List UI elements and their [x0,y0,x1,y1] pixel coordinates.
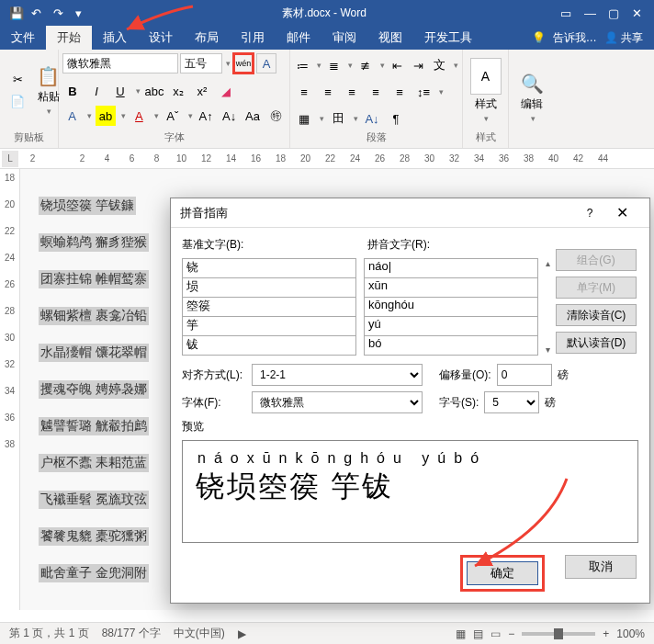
phonetic-guide-button[interactable]: wén [232,52,254,74]
single-char-button[interactable]: 单字(M) [556,277,637,299]
save-icon[interactable]: 💾 [9,6,22,19]
text-effects-button[interactable]: A [62,106,82,126]
menu-insert[interactable]: 插入 [92,26,138,50]
menu-references[interactable]: 引用 [230,26,276,50]
line-spacing-button[interactable]: ↕≡ [413,82,434,102]
menu-home[interactable]: 开始 [46,26,92,50]
pinyin-cell[interactable]: náo| [364,258,538,278]
strike-button[interactable]: abc [144,81,164,101]
change-case-button[interactable]: Aa [242,106,262,126]
page-indicator[interactable]: 第 1 页，共 1 页 [9,626,89,641]
base-cell[interactable]: 铙 [182,258,356,278]
zoom-value[interactable]: 100% [616,627,645,640]
shading-button[interactable]: ▦ [294,108,314,129]
styles-button[interactable]: A 样式▾ [467,52,504,129]
zoom-slider[interactable] [522,632,595,636]
combine-button[interactable]: 组合(G) [556,249,637,271]
close-icon[interactable]: ✕ [632,6,645,19]
maximize-icon[interactable]: ▢ [608,6,621,19]
menu-developer[interactable]: 开发工具 [413,26,483,50]
align-left-button[interactable]: ≡ [294,82,314,102]
font-color-button[interactable]: A [130,106,149,126]
subscript-button[interactable]: x₂ [168,81,188,101]
pinyin-cell[interactable]: yú [364,316,538,336]
text-line[interactable]: 飞襳垂髫 冕旒玟弦 [39,491,149,509]
clear-reading-button[interactable]: 清除读音(C) [556,304,637,326]
numbering-button[interactable]: ≣ [325,55,343,75]
text-line[interactable]: 铙埙箜篌 竽钹鏮 [39,197,136,215]
ribbon-opts-icon[interactable]: ▭ [560,6,573,19]
horizontal-ruler[interactable]: L 22468101214161820222426283032343638404… [0,149,654,169]
tell-me-icon[interactable]: 💡 [532,31,546,44]
read-mode-icon[interactable]: ▦ [456,627,466,640]
dlg-font-select[interactable]: 微软雅黑 [252,391,423,413]
text-line[interactable]: 魖譬誓璐 觥觳拍鹧 [39,417,149,435]
decrease-font-button[interactable]: A↓ [220,106,239,126]
menu-view[interactable]: 视图 [367,26,413,50]
minimize-icon[interactable]: — [584,6,597,19]
text-line[interactable]: 毗舍童子 金兜洞附 [39,564,149,582]
menu-mail[interactable]: 邮件 [276,26,321,50]
copy-icon[interactable]: 📄 [7,92,28,112]
qat-more-icon[interactable]: ▾ [75,6,88,19]
bullets-button[interactable]: ≔ [294,55,311,75]
align-right-button[interactable]: ≡ [342,82,362,102]
offset-input[interactable] [497,364,552,386]
word-count[interactable]: 88/177 个字 [102,626,161,641]
align-select[interactable]: 1-2-1 [252,364,423,386]
menu-layout[interactable]: 布局 [184,26,230,50]
editing-button[interactable]: 🔍 编辑▾ [513,52,551,142]
increase-font-button[interactable]: A↑ [197,106,216,126]
default-reading-button[interactable]: 默认读音(D) [556,332,637,354]
italic-button[interactable]: I [86,81,107,101]
show-marks-button[interactable]: ¶ [386,108,406,129]
redo-icon[interactable]: ↷ [53,6,66,19]
base-cell[interactable]: 钹 [182,335,356,356]
bold-button[interactable]: B [62,81,83,101]
web-layout-icon[interactable]: ▭ [490,627,501,640]
char-shading-button[interactable]: Aˇ [163,106,182,126]
undo-icon[interactable]: ↶ [31,6,44,19]
text-line[interactable]: 螟蝓鹈鸬 獬豸狴猴 [39,233,149,252]
multilevel-button[interactable]: ≢ [356,55,374,75]
print-layout-icon[interactable]: ▤ [473,627,483,640]
vertical-ruler[interactable]: 1820222426283032343638 [0,169,20,610]
pinyin-cell[interactable]: xūn [364,277,538,298]
text-direction-button[interactable]: 文 [431,55,448,75]
clear-format-button[interactable]: ◢ [216,81,236,101]
cancel-button[interactable]: 取消 [565,555,637,579]
char-border-button[interactable]: A [256,53,276,73]
ok-button[interactable]: 确定 [467,561,538,585]
tell-me[interactable]: 告诉我… [553,30,597,46]
font-name-combo[interactable] [62,53,178,73]
superscript-button[interactable]: x² [192,81,212,101]
fsize-select[interactable]: 5 [484,391,539,413]
zoom-out-button[interactable]: − [508,627,514,640]
dialog-help-button[interactable]: ? [576,207,603,220]
text-line[interactable]: 攫魂夺魄 娉婷袅娜 [39,380,149,399]
base-cell[interactable]: 埙 [182,277,356,298]
highlight-button[interactable]: ab [96,106,115,126]
text-line[interactable]: 饕餮鬼貔 橐驼獯粥 [39,527,149,546]
text-line[interactable]: 团寨拄锦 帷帽鹫寨 [39,270,149,288]
tab-selector[interactable]: L [2,151,18,167]
font-size-combo[interactable] [180,53,222,73]
decrease-indent-button[interactable]: ⇤ [389,55,406,75]
share-button[interactable]: 👤 共享 [604,30,643,46]
borders-button[interactable]: 田 [328,108,348,129]
text-line[interactable]: 水晶獶帽 馕花翠帽 [39,344,149,362]
pinyin-cell[interactable]: kōnghóu [364,297,538,317]
sort-button[interactable]: A↓ [362,108,382,129]
underline-button[interactable]: U [110,81,130,101]
menu-file[interactable]: 文件 [0,26,46,50]
language-indicator[interactable]: 中文(中国) [174,626,225,641]
base-cell[interactable]: 竽 [182,316,356,336]
cut-icon[interactable]: ✂ [7,70,28,90]
justify-button[interactable]: ≡ [366,82,386,102]
macro-icon[interactable]: ▶ [238,627,246,640]
align-center-button[interactable]: ≡ [318,82,338,102]
enclose-char-button[interactable]: ㊕ [266,106,286,126]
pinyin-cell[interactable]: bó [364,335,538,356]
base-cell[interactable]: 箜篌 [182,297,356,317]
text-line[interactable]: 螺钿紫檀 裹龛冶铅 [39,307,149,325]
